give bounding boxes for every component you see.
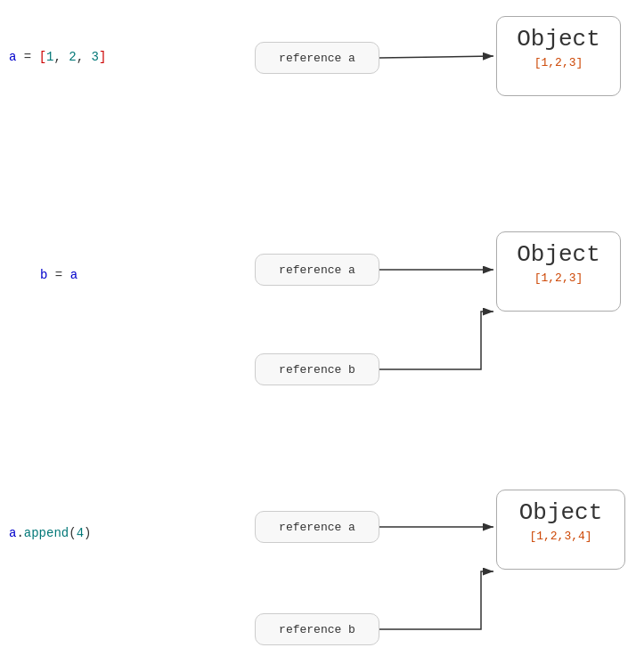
obj-title-1: Object [511,26,606,53]
obj-value-3: [1,2,3,4] [511,530,610,543]
obj-box-3: Object [1,2,3,4] [496,490,625,570]
arrows-svg [0,0,636,672]
ref-box-a-2: reference a [255,254,379,286]
obj-box-1: Object [1,2,3] [496,16,621,96]
obj-value-1: [1,2,3] [511,56,606,69]
diagram-container: a = [1, 2, 3] reference a Object [1,2,3]… [0,0,636,672]
ref-box-b-3: reference b [255,613,379,645]
code-label-2: b = a [40,267,77,285]
ref-box-b-2: reference b [255,353,379,385]
arrow-a1-to-obj1 [379,56,493,58]
arrow-b2-to-obj2 [379,312,493,369]
code-label-1: a = [1, 2, 3] [9,49,106,67]
obj-value-2: [1,2,3] [511,271,606,285]
obj-title-3: Object [511,499,610,526]
arrow-b3-to-obj3 [379,571,493,629]
obj-title-2: Object [511,241,606,268]
code-var-a: a [9,50,16,64]
code-label-3: a.append(4) [9,525,91,543]
ref-box-a-1: reference a [255,42,379,74]
obj-box-2: Object [1,2,3] [496,231,621,312]
ref-box-a-3: reference a [255,511,379,543]
